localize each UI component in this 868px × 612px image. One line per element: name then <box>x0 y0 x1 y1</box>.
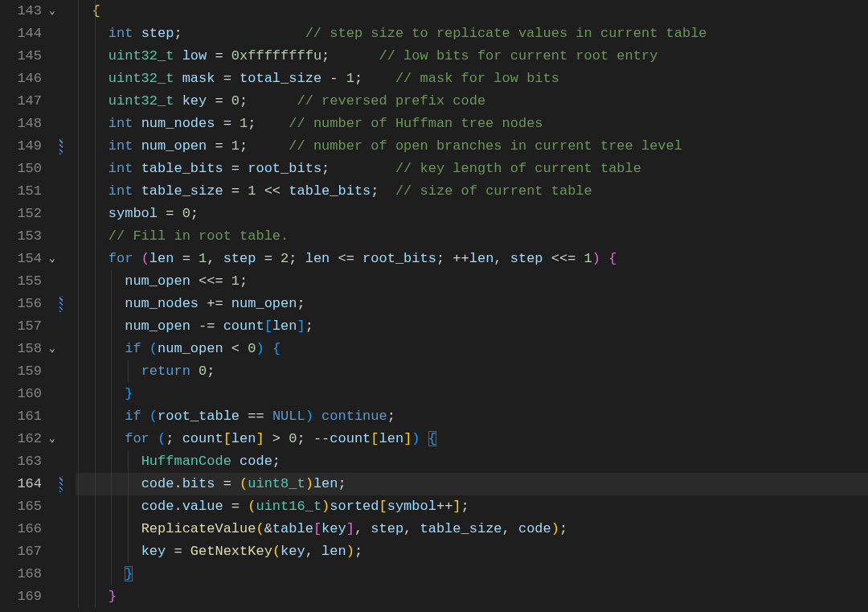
token-default <box>133 183 141 199</box>
gutter-row[interactable]: 150 <box>0 158 76 180</box>
gutter-row[interactable]: 151 <box>0 180 76 203</box>
indent-guide <box>78 113 79 135</box>
gutter-row[interactable]: 166 <box>0 518 76 540</box>
fold-chevron-icon[interactable]: ⌄ <box>45 0 59 23</box>
token-braceB: ( <box>158 431 166 446</box>
token-var: step <box>510 251 543 266</box>
gutter-row[interactable]: 161 <box>0 405 76 428</box>
indent-guide <box>111 293 112 315</box>
token-punc: == <box>240 409 272 424</box>
fold-chevron-icon[interactable]: ⌄ <box>45 428 59 450</box>
indent-guide <box>95 23 96 45</box>
indent-guide <box>78 158 79 180</box>
gutter-row[interactable]: 154⌄ <box>0 248 76 270</box>
code-line[interactable]: int table_size = 1 << table_bits; // siz… <box>76 180 868 203</box>
gutter-row[interactable]: 165 <box>0 495 76 518</box>
code-line[interactable]: if (num_open < 0) { <box>76 338 868 360</box>
token-var: len <box>272 318 297 334</box>
code-line[interactable]: return 0; <box>76 360 868 383</box>
line-number: 169 <box>0 585 45 608</box>
token-braceY: ) <box>551 521 559 536</box>
token-default <box>133 26 141 41</box>
gutter-row[interactable]: 152 <box>0 203 76 225</box>
indent-guide <box>78 0 79 23</box>
indent <box>76 48 108 64</box>
token-var: step <box>223 251 256 266</box>
gutter-row[interactable]: 168 <box>0 563 76 585</box>
gutter-row[interactable]: 149 <box>0 135 76 158</box>
gutter-row[interactable]: 167 <box>0 540 76 563</box>
gutter-row[interactable]: 162⌄ <box>0 428 76 450</box>
gutter-row[interactable]: 146 <box>0 68 76 90</box>
gutter-row[interactable]: 145 <box>0 45 76 68</box>
token-var: symbol <box>387 499 436 514</box>
indent <box>76 26 108 41</box>
code-line[interactable]: { <box>76 0 868 23</box>
token-braceY: [ <box>379 499 387 514</box>
code-line[interactable]: // Fill in root table. <box>76 225 868 248</box>
token-punc: = <box>223 499 248 514</box>
gutter-row[interactable]: 148 <box>0 113 76 135</box>
indent-guide <box>95 203 96 225</box>
code-line[interactable]: for (; count[len] > 0; --count[len]) { <box>76 428 868 450</box>
gutter-row[interactable]: 160 <box>0 383 76 405</box>
indent-guide <box>111 315 112 338</box>
indent-guide <box>95 518 96 540</box>
code-line[interactable]: key = GetNextKey(key, len); <box>76 540 868 563</box>
code-line[interactable]: } <box>76 563 868 585</box>
gutter-row[interactable]: 155 <box>0 270 76 293</box>
token-braceY: ( <box>256 521 264 536</box>
gutter-row[interactable]: 153 <box>0 225 76 248</box>
code-line[interactable]: HuffmanCode code; <box>76 450 868 473</box>
code-line[interactable]: if (root_table == NULL) continue; <box>76 405 868 428</box>
line-number: 166 <box>0 518 45 540</box>
code-line[interactable]: ReplicateValue(&table[key], step, table_… <box>76 518 868 540</box>
code-editor[interactable]: 143⌄144145146147148149150151152153154⌄15… <box>0 0 868 612</box>
code-line[interactable]: uint32_t mask = total_size - 1; // mask … <box>76 68 868 90</box>
token-default <box>141 409 149 424</box>
gutter-row[interactable]: 147 <box>0 90 76 113</box>
token-default <box>264 341 272 356</box>
indent <box>76 544 141 559</box>
token-default <box>174 93 182 109</box>
code-line[interactable]: } <box>76 585 868 608</box>
code-line[interactable]: int table_bits = root_bits; // key lengt… <box>76 158 868 180</box>
indent-guide <box>78 473 79 495</box>
token-number: 1 <box>346 71 354 86</box>
code-line[interactable]: } <box>76 383 868 405</box>
gutter-row[interactable]: 169 <box>0 585 76 608</box>
token-number: 1 <box>231 138 240 154</box>
code-line[interactable]: code.bits = (uint8_t)len; <box>76 473 868 495</box>
code-line[interactable]: symbol = 0; <box>76 203 868 225</box>
code-line[interactable]: int step; // step size to replicate valu… <box>76 23 868 45</box>
code-line[interactable]: for (len = 1, step = 2; len <= root_bits… <box>76 248 868 270</box>
code-line[interactable]: num_open <<= 1; <box>76 270 868 293</box>
code-line[interactable]: uint32_t low = 0xffffffffu; // low bits … <box>76 45 868 68</box>
fold-chevron-icon[interactable]: ⌄ <box>45 248 59 270</box>
code-line[interactable]: uint32_t key = 0; // reversed prefix cod… <box>76 90 868 113</box>
token-var: code <box>518 521 551 536</box>
token-braceY: ) <box>321 499 330 514</box>
indent-guide <box>128 495 129 518</box>
code-area[interactable]: { int step; // step size to replicate va… <box>76 0 868 612</box>
indent-guide <box>78 203 79 225</box>
code-line[interactable]: num_open -= count[len]; <box>76 315 868 338</box>
gutter-row[interactable]: 144 <box>0 23 76 45</box>
code-line[interactable]: num_nodes += num_open; <box>76 293 868 315</box>
token-punc: ; <box>321 161 330 176</box>
code-line[interactable]: int num_nodes = 1; // number of Huffman … <box>76 113 868 135</box>
code-line[interactable]: code.value = (uint16_t)sorted[symbol++]; <box>76 495 868 518</box>
gutter[interactable]: 143⌄144145146147148149150151152153154⌄15… <box>0 0 76 612</box>
gutter-row[interactable]: 156 <box>0 293 76 315</box>
token-var: len <box>321 544 346 559</box>
gutter-row[interactable]: 143⌄ <box>0 0 76 23</box>
gutter-row[interactable]: 164 <box>0 473 76 495</box>
gutter-row[interactable]: 159 <box>0 360 76 383</box>
gutter-row[interactable]: 163 <box>0 450 76 473</box>
token-braceY: ] <box>256 431 264 446</box>
indent-guide <box>95 225 96 248</box>
fold-chevron-icon[interactable]: ⌄ <box>45 338 59 360</box>
gutter-row[interactable]: 157 <box>0 315 76 338</box>
gutter-row[interactable]: 158⌄ <box>0 338 76 360</box>
code-line[interactable]: int num_open = 1; // number of open bran… <box>76 135 868 158</box>
